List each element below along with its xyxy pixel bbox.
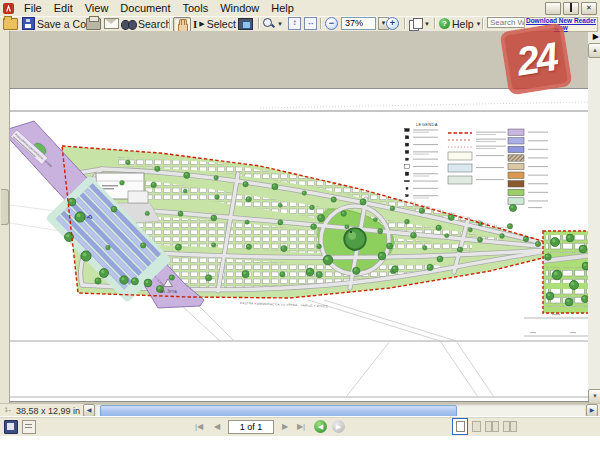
menu-edit[interactable]: Edit bbox=[48, 1, 79, 15]
navigation-pane-strip[interactable] bbox=[0, 31, 10, 403]
fit-width-button[interactable]: ↔ bbox=[304, 17, 317, 30]
hand-icon bbox=[176, 19, 188, 31]
pages-icon bbox=[409, 18, 422, 30]
magnifier-icon bbox=[263, 18, 275, 30]
separator bbox=[482, 18, 483, 29]
fit-page-button[interactable]: ↕ bbox=[288, 17, 301, 30]
zoom-level-value[interactable]: 37% bbox=[341, 17, 376, 30]
menu-document[interactable]: Document bbox=[114, 1, 176, 15]
navigation-pane-tab[interactable] bbox=[1, 189, 9, 225]
scroll-up-icon[interactable]: ▲ bbox=[588, 43, 600, 58]
fit-height-icon: ↕ bbox=[288, 17, 301, 30]
adobe-reader-window: File Edit View Document Tools Window Hel… bbox=[0, 0, 600, 450]
fit-width-icon: ↔ bbox=[304, 17, 317, 30]
separator bbox=[169, 18, 170, 29]
print-button[interactable] bbox=[86, 17, 101, 30]
page-display-button[interactable]: ▼ bbox=[409, 17, 430, 30]
restore-button[interactable] bbox=[563, 2, 579, 15]
panes-icon bbox=[4, 420, 18, 434]
map-legend: LEGENDA bbox=[405, 122, 549, 212]
continuous-layout-button[interactable] bbox=[468, 419, 484, 434]
note-icon bbox=[22, 420, 36, 434]
pdf-page: PREDVIĐENA KOMUNIKACIJA - I ETAPA PREDVI… bbox=[10, 88, 588, 402]
facing-layout-button[interactable] bbox=[502, 419, 518, 434]
next-page-button[interactable]: ▶ bbox=[278, 419, 292, 434]
select-tool-button[interactable]: I▶Select bbox=[193, 17, 236, 30]
last-page-button[interactable]: ▶| bbox=[294, 419, 308, 434]
site-plan-map: PREDVIĐENA KOMUNIKACIJA - I ETAPA PREDVI… bbox=[10, 89, 588, 401]
document-canvas: PREDVIĐENA KOMUNIKACIJA - I ETAPA PREDVI… bbox=[10, 31, 588, 403]
menu-tools[interactable]: Tools bbox=[177, 1, 215, 15]
printer-icon bbox=[86, 18, 101, 30]
horizontal-scroll-row: ↔↕ 38,58 x 12,99 in ◀ ▶ bbox=[0, 403, 600, 417]
snapshot-icon bbox=[238, 18, 253, 30]
road-label: CESTNA KOMUNIKACIJA I/II VRTNA - VARILE … bbox=[240, 300, 328, 308]
binoculars-icon bbox=[122, 19, 136, 29]
dropdown-arrow-icon[interactable]: ▼ bbox=[476, 21, 482, 27]
open-button[interactable] bbox=[3, 17, 18, 30]
zoom-in-button[interactable]: + bbox=[386, 17, 399, 30]
menu-file[interactable]: File bbox=[18, 1, 48, 15]
zoom-in-icon: + bbox=[386, 17, 399, 30]
help-icon: ? bbox=[439, 18, 450, 29]
page-number-box[interactable]: 1 of 1 bbox=[228, 419, 274, 434]
context-road-lines bbox=[182, 300, 494, 397]
hand-tool-button[interactable] bbox=[173, 17, 191, 32]
separator bbox=[404, 18, 405, 29]
snapshot-tool-button[interactable] bbox=[238, 17, 253, 30]
previous-view-button[interactable]: ◀ bbox=[314, 419, 327, 434]
first-page-button[interactable]: |◀ bbox=[192, 419, 206, 434]
floppy-disk-icon bbox=[22, 17, 35, 30]
email-icon bbox=[104, 18, 119, 29]
search-button[interactable]: Search bbox=[122, 17, 171, 30]
next-view-button[interactable]: ▶ bbox=[332, 419, 345, 434]
menu-help[interactable]: Help bbox=[265, 1, 300, 15]
toolbar-overflow-icon[interactable]: ▶ bbox=[593, 32, 599, 41]
dropdown-arrow-icon[interactable]: ▼ bbox=[277, 21, 283, 27]
help-button[interactable]: ?Help▼ bbox=[439, 17, 482, 30]
previous-view-icon: ◀ bbox=[314, 420, 327, 433]
email-button[interactable] bbox=[104, 17, 119, 30]
single-page-layout-button[interactable] bbox=[452, 419, 468, 434]
status-bar: |◀ ◀ 1 of 1 ▶ ▶| ◀ ▶ bbox=[0, 416, 600, 436]
legend-title: LEGENDA bbox=[416, 122, 438, 127]
minimize-button[interactable] bbox=[545, 2, 561, 15]
portal-24-logo: 24 bbox=[499, 22, 572, 95]
scroll-down-icon[interactable]: ▼ bbox=[588, 389, 600, 404]
zoom-level-combo[interactable]: 37%▼ bbox=[341, 17, 389, 30]
zoom-out-icon: − bbox=[325, 17, 338, 30]
menu-view[interactable]: View bbox=[79, 1, 115, 15]
separator bbox=[320, 18, 321, 29]
detail-inset bbox=[543, 231, 588, 313]
zoom-tool-button[interactable]: ▼ bbox=[263, 17, 283, 30]
comments-button[interactable] bbox=[22, 419, 36, 434]
landmark-label: VAS - ŽETVA bbox=[159, 289, 176, 294]
close-button[interactable]: ✕ bbox=[581, 2, 597, 15]
ibeam-icon: I bbox=[193, 18, 197, 30]
continuous-facing-layout-button[interactable] bbox=[484, 419, 500, 434]
vertical-scrollbar[interactable]: ▲ ▼ bbox=[588, 31, 600, 403]
cursor-arrow-icon: ▶ bbox=[199, 20, 204, 28]
pan-icon: ↔↕ bbox=[4, 406, 13, 415]
separator bbox=[258, 18, 259, 29]
previous-page-button[interactable]: ◀ bbox=[210, 419, 224, 434]
navigation-panes-button[interactable] bbox=[4, 419, 18, 434]
adobe-reader-icon[interactable] bbox=[3, 3, 14, 14]
menu-window[interactable]: Window bbox=[214, 1, 265, 15]
dropdown-arrow-icon[interactable]: ▼ bbox=[424, 21, 430, 27]
separator bbox=[434, 18, 435, 29]
menu-bar: File Edit View Document Tools Window Hel… bbox=[0, 0, 600, 17]
next-view-icon: ▶ bbox=[332, 420, 345, 433]
open-folder-icon bbox=[3, 18, 18, 30]
zoom-out-button[interactable]: − bbox=[325, 17, 338, 30]
